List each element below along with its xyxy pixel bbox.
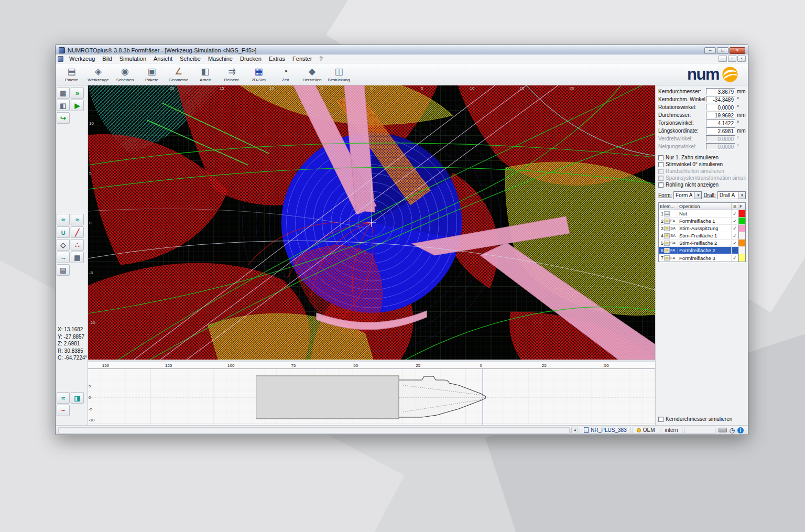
tool-button[interactable]: ╱ xyxy=(71,226,84,238)
tool-button[interactable]: ∪ xyxy=(57,226,70,238)
drall-select[interactable]: Drall A ▼ xyxy=(717,191,746,199)
element-color-swatch[interactable] xyxy=(738,232,745,239)
element-row[interactable]: 2 M FA Formfreifläche 1 ✓ xyxy=(659,218,745,225)
kerndurchmesser-checkbox[interactable]: Kerndurchmesser simulieren xyxy=(658,416,746,422)
parameter-input[interactable]: 4.1422 xyxy=(706,120,735,126)
simulate-check[interactable]: ✓ xyxy=(732,210,738,217)
tool-button[interactable]: ≈ xyxy=(57,392,70,404)
simulation-canvas[interactable]: 20151050-5-10-15-20 1050-5-10 xyxy=(88,85,655,360)
menu-item[interactable]: Werkzeug xyxy=(66,55,99,62)
tool-button[interactable]: ≈ xyxy=(57,214,70,225)
toolbar-button[interactable]: ∠ Geometrie xyxy=(167,66,190,83)
toolbar-button[interactable]: ▦ 2D-Sim xyxy=(247,66,270,83)
tool-button-icon: ╱ xyxy=(75,229,80,236)
tool-button[interactable]: ↪ xyxy=(57,112,70,124)
parameter-input[interactable]: 0.0000 xyxy=(706,143,735,150)
menu-item[interactable]: Bild xyxy=(99,55,115,62)
parameter-input[interactable]: -34.3489 xyxy=(706,96,735,103)
parameter-input[interactable]: 0.0000 xyxy=(706,135,735,142)
element-color-swatch[interactable] xyxy=(738,210,745,217)
menu-item[interactable]: Extras xyxy=(265,55,289,62)
coordinate-value: 2.6981 xyxy=(64,341,80,346)
simulate-check[interactable]: ✓ xyxy=(732,247,738,254)
element-color-swatch[interactable] xyxy=(738,247,745,254)
element-color-swatch[interactable] xyxy=(738,240,745,246)
tool-button[interactable]: ◇ xyxy=(57,239,70,251)
simulate-check[interactable]: ✓ xyxy=(732,218,738,224)
tool-button[interactable]: ∴ xyxy=(71,239,84,251)
axis-label: 125 xyxy=(165,363,172,368)
element-row[interactable]: 5 M SA Stirn-Freifläche 2 ✓ xyxy=(659,240,745,247)
toolbar-button[interactable]: ◈ Werkzeuge xyxy=(86,66,110,83)
column-header-elem[interactable]: Elem... xyxy=(659,203,678,210)
tool-button[interactable]: ▦ xyxy=(71,252,84,263)
machine-cell[interactable]: NR_PLUS_383 xyxy=(580,427,630,434)
status-scroll-left-button[interactable]: ◂ xyxy=(571,427,578,433)
tool-button[interactable]: ▦ xyxy=(57,87,70,99)
element-color-swatch[interactable] xyxy=(738,218,745,224)
mdi-minimize-button[interactable]: – xyxy=(719,56,727,62)
tool-button[interactable]: ▤ xyxy=(57,264,70,276)
element-row[interactable]: 1 ▬ Nut ✓ xyxy=(659,210,745,218)
simulate-check[interactable]: ✓ xyxy=(732,225,738,232)
tool-button-icon: ≈ xyxy=(75,216,79,223)
toolbar-button[interactable]: ⇉ Reihenf. xyxy=(220,66,244,83)
toolbar-button[interactable]: ▤ Palette xyxy=(60,66,83,83)
coordinate-line: C: -64.7224° xyxy=(58,354,86,362)
tool-button[interactable]: » xyxy=(71,87,84,99)
simulate-check[interactable]: ✓ xyxy=(732,240,738,246)
tool-button[interactable]: ◧ xyxy=(57,100,70,111)
toolbar-button[interactable]: ◉ Scheiben xyxy=(113,66,137,83)
menu-item[interactable]: Scheibe xyxy=(176,55,204,62)
simulate-check[interactable]: ✓ xyxy=(732,232,738,239)
menu-item[interactable]: Fenster xyxy=(289,55,316,62)
toolbar-button[interactable]: ◧ Arbeit xyxy=(193,66,217,83)
form-select[interactable]: Form A ▼ xyxy=(673,191,702,199)
coordinate-value: -64.7224° xyxy=(64,355,87,361)
parameter-label: Verdrehwinkel: xyxy=(658,136,706,142)
toolbar-button[interactable]: ◆ Herstellen xyxy=(300,66,324,83)
parameter-input[interactable]: 19.9692 xyxy=(706,112,735,118)
tool-button[interactable]: → xyxy=(57,252,70,263)
simulate-check[interactable]: ✓ xyxy=(732,254,738,262)
option-checkbox[interactable]: Spannsystemtransformation simulieren xyxy=(658,175,746,181)
toolbar-button[interactable]: ▣ Pakete xyxy=(140,66,164,83)
parameter-input[interactable]: 3.8679 xyxy=(706,88,735,95)
toolbar-button[interactable]: ◫ Bestückung xyxy=(327,66,351,83)
info-icon[interactable]: i xyxy=(737,427,744,433)
element-row[interactable]: 4 M SA Stirn-Freifläche 1 ✓ xyxy=(659,232,745,240)
toolbar-button[interactable]: ◔ Zeit xyxy=(274,66,297,83)
tool-button[interactable]: ≈ xyxy=(71,214,84,225)
column-header-f[interactable]: F xyxy=(738,203,745,210)
menu-item[interactable]: Maschine xyxy=(204,55,236,62)
mdi-restore-button[interactable]: ▫ xyxy=(728,56,736,62)
parameter-input[interactable]: 2.6981 xyxy=(706,127,735,134)
close-button[interactable]: × xyxy=(730,47,745,54)
element-color-swatch[interactable] xyxy=(738,254,745,262)
option-checkbox[interactable]: Stirnwinkel 0° simulieren xyxy=(658,161,746,168)
menu-item[interactable]: Simulation xyxy=(116,55,150,62)
parameter-unit: mm xyxy=(735,89,746,94)
element-type: FA xyxy=(670,219,675,223)
parameter-input[interactable]: 0.0000 xyxy=(706,104,735,111)
menu-item[interactable]: Drucken xyxy=(236,55,265,62)
profile-plot[interactable]: 50-5-10 xyxy=(88,369,655,425)
element-row[interactable]: 6 M FA Formfreifläche 2 ✓ xyxy=(659,247,745,254)
tool-button[interactable]: ~ xyxy=(57,405,70,416)
maximize-button[interactable]: □ xyxy=(717,47,728,54)
element-color-swatch[interactable] xyxy=(738,225,745,232)
minimize-button[interactable]: – xyxy=(704,47,716,54)
tool-button[interactable]: ▶ xyxy=(71,100,84,111)
column-header-operation[interactable]: Operation xyxy=(678,203,732,210)
mdi-close-button[interactable]: × xyxy=(737,56,746,62)
option-checkbox[interactable]: Rohling nicht anzeigen xyxy=(658,181,746,188)
chevron-down-icon: ▼ xyxy=(694,192,701,199)
menu-item[interactable]: ? xyxy=(316,55,326,62)
element-row[interactable]: 3 M SA Stirn-Ausspitzung ✓ xyxy=(659,225,745,232)
tool-button[interactable]: ◨ xyxy=(71,392,84,404)
element-row[interactable]: 7 M FA Formfreifläche 3 ✓ xyxy=(659,254,745,262)
option-checkbox[interactable]: Nur 1. Zahn simulieren xyxy=(658,154,746,161)
menu-item[interactable]: Ansicht xyxy=(150,55,176,62)
option-checkbox[interactable]: Rundschleifen simulieren xyxy=(658,168,746,175)
column-header-s[interactable]: S xyxy=(732,203,738,210)
